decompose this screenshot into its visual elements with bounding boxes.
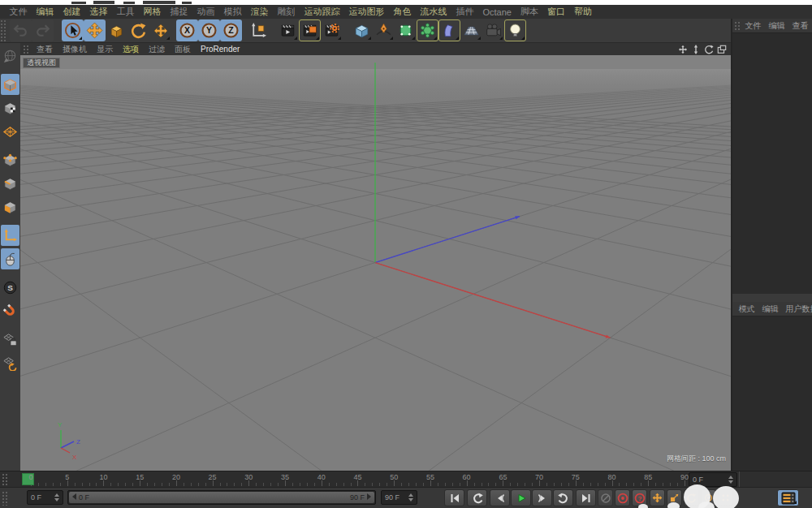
am-menu-userdata[interactable]: 用户数据 [782, 304, 812, 315]
move-tool-button[interactable] [84, 19, 106, 41]
om-menu-view[interactable]: 查看 [788, 20, 812, 32]
preview-range-bar[interactable]: 0 F 90 F [69, 492, 374, 503]
menu-pipeline[interactable]: 流水线 [416, 6, 451, 18]
lock-z-axis-button[interactable]: Z [220, 19, 242, 41]
autokeying-button[interactable] [615, 489, 630, 506]
key-position-button[interactable] [650, 489, 665, 506]
vp-menu-options[interactable]: 选项 [118, 44, 144, 55]
menu-select[interactable]: 选择 [85, 6, 112, 18]
subdivision-surface-button[interactable] [395, 19, 417, 41]
camera-button[interactable] [482, 19, 504, 41]
rotate-tool-button[interactable] [127, 19, 149, 41]
menu-tools[interactable]: 工具 [112, 6, 139, 18]
viewport-menu-grip[interactable] [23, 45, 30, 54]
previous-frame-button[interactable] [490, 489, 510, 506]
vp-menu-filter[interactable]: 过滤 [144, 44, 170, 55]
scale-tool-button[interactable] [106, 19, 127, 41]
menu-plugins[interactable]: 插件 [451, 6, 478, 18]
enable-axis-button[interactable] [1, 225, 19, 246]
menu-create[interactable]: 创建 [58, 6, 85, 18]
menu-help[interactable]: 帮助 [569, 6, 596, 18]
play-button[interactable] [511, 489, 531, 506]
dolly-view-icon[interactable] [691, 45, 701, 54]
menu-sculpt[interactable]: 雕刻 [273, 6, 300, 18]
points-mode-button[interactable] [1, 149, 19, 170]
menu-file[interactable]: 文件 [5, 6, 32, 18]
coordinate-system-button[interactable] [247, 19, 269, 41]
object-manager-list[interactable] [732, 32, 812, 294]
vp-menu-prorender[interactable]: ProRender [196, 45, 244, 54]
workplane-mode-button[interactable] [1, 121, 19, 142]
menu-edit[interactable]: 编辑 [32, 6, 58, 18]
menu-window[interactable]: 窗口 [542, 6, 569, 18]
tweak-mode-button[interactable] [1, 248, 19, 269]
spinner-arrows[interactable] [728, 476, 733, 484]
model-mode-button[interactable] [1, 74, 19, 95]
spinner-arrows[interactable] [408, 493, 413, 502]
vp-menu-view[interactable]: 查看 [32, 44, 58, 55]
menu-motion-tracker[interactable]: 运动跟踪 [300, 6, 344, 18]
live-selection-button[interactable] [62, 19, 84, 41]
timeline-ruler[interactable]: 0 5 10 15 20 25 30 35 40 45 50 55 60 65 … [20, 471, 688, 488]
om-menu-edit[interactable]: 编辑 [765, 20, 788, 32]
am-menu-mode[interactable]: 模式 [735, 304, 758, 315]
lock-y-axis-button[interactable]: Y [198, 19, 220, 41]
menu-mesh[interactable]: 网格 [139, 6, 166, 18]
planar-workplane-button[interactable] [1, 352, 19, 373]
menu-simulate[interactable]: 模拟 [219, 6, 246, 18]
next-frame-button[interactable] [532, 489, 552, 506]
transport-grip[interactable] [2, 491, 7, 506]
spline-pen-button[interactable] [373, 19, 395, 41]
polygons-mode-button[interactable] [1, 196, 19, 217]
attribute-manager-body[interactable] [732, 316, 812, 471]
end-frame-field[interactable]: 90 F [381, 490, 417, 505]
render-menu-button[interactable] [321, 19, 343, 41]
menu-character[interactable]: 角色 [389, 6, 416, 18]
add-cube-button[interactable] [351, 19, 373, 41]
undo-button[interactable] [10, 19, 32, 41]
make-editable-button[interactable] [1, 45, 19, 67]
edges-mode-button[interactable] [1, 173, 19, 194]
om-menu-file[interactable]: 文件 [741, 20, 765, 32]
keyframe-selection-button[interactable] [777, 489, 799, 506]
viewport-canvas[interactable]: Y Z X 透视视图 网格间距 : 100 cm [20, 55, 731, 471]
vp-menu-panel[interactable]: 面板 [170, 44, 196, 55]
next-key-button[interactable] [553, 489, 573, 506]
lock-workplane-button[interactable] [1, 329, 19, 350]
view-label[interactable]: 透视视图 [23, 58, 60, 68]
toolbar-grip[interactable] [0, 19, 6, 41]
maximize-view-icon[interactable] [717, 45, 727, 54]
last-tool-button[interactable] [149, 19, 171, 41]
previous-key-button[interactable] [467, 489, 487, 506]
render-settings-button[interactable] [299, 19, 321, 41]
menu-mograph[interactable]: 运动图形 [344, 6, 389, 18]
preview-range-slider[interactable]: 0 F 90 F [67, 490, 376, 505]
magnet-snap-button[interactable] [1, 300, 19, 321]
spinner-arrows[interactable] [54, 493, 59, 502]
pan-view-icon[interactable] [678, 45, 688, 54]
lock-x-axis-button[interactable]: X [176, 19, 198, 41]
environment-button[interactable] [460, 19, 482, 41]
light-button[interactable] [504, 19, 526, 41]
menu-script[interactable]: 脚本 [516, 6, 542, 18]
record-objects-button[interactable] [598, 489, 613, 506]
panel-splitter[interactable] [732, 294, 812, 302]
texture-mode-button[interactable] [1, 97, 19, 118]
render-view-button[interactable] [277, 19, 299, 41]
vp-menu-display[interactable]: 显示 [92, 44, 118, 55]
menu-snap[interactable]: 捕捉 [166, 6, 192, 18]
am-menu-edit[interactable]: 编辑 [758, 304, 782, 315]
go-to-end-button[interactable] [576, 489, 596, 506]
vp-menu-cameras[interactable]: 摄像机 [58, 44, 92, 55]
menu-animate[interactable]: 动画 [192, 6, 219, 18]
object-manager-grip[interactable] [734, 21, 741, 30]
timeline-grip[interactable] [2, 473, 7, 486]
menu-render[interactable]: 渲染 [246, 6, 273, 18]
menu-octane[interactable]: Octane [478, 7, 516, 17]
start-frame-field[interactable]: 0 F [27, 490, 63, 505]
deformer-button[interactable] [438, 19, 460, 41]
snap-button[interactable]: S [1, 277, 19, 298]
redo-button[interactable] [32, 19, 54, 41]
orbit-view-icon[interactable] [704, 45, 714, 54]
go-to-start-button[interactable] [444, 489, 464, 506]
